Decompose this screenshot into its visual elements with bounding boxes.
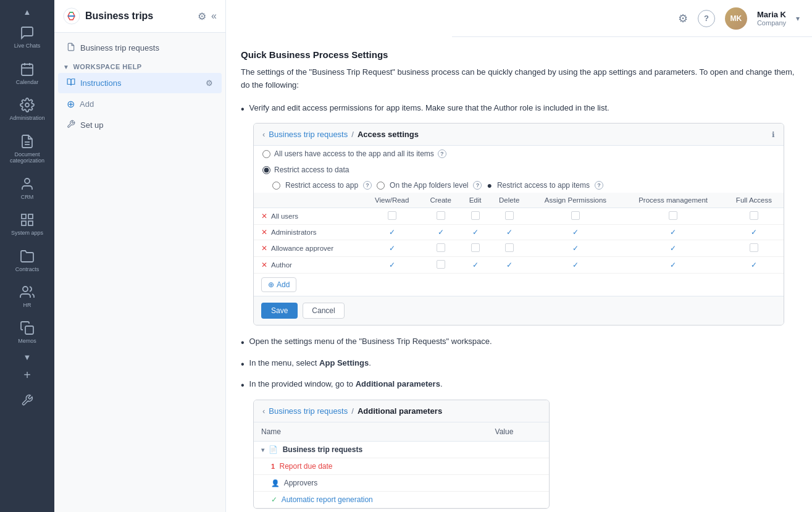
- check-icon: ✓: [472, 228, 479, 237]
- wrench-nav-icon: [67, 120, 75, 130]
- checkbox-cell[interactable]: [437, 260, 445, 269]
- check-icon: ✓: [472, 261, 479, 269]
- checkbox-cell[interactable]: [750, 211, 758, 220]
- col-role: [254, 193, 363, 208]
- add-role-button[interactable]: ⊕ Add: [261, 277, 296, 292]
- user-menu-chevron[interactable]: ▾: [796, 14, 800, 23]
- role-allowance-approver: ✕Allowance approver: [254, 240, 363, 257]
- radio-sub-row: Restrict access to app ? On the App fold…: [254, 178, 784, 193]
- sidebar-item-hr[interactable]: HR: [0, 279, 54, 314]
- sidebar-item-memos[interactable]: Memos: [0, 314, 54, 350]
- check-icon: ✓: [572, 244, 579, 253]
- access-card-header: ‹ Business trip requests / Access settin…: [254, 124, 784, 146]
- check-icon: ✓: [670, 228, 676, 237]
- sidebar-item-calendar[interactable]: Calendar: [0, 56, 54, 91]
- params-table: Name Value ▾ 📄 Business trip requests: [254, 422, 549, 508]
- sidebar-item-administration[interactable]: Administration: [0, 91, 54, 128]
- instructions-label: Instructions: [80, 78, 121, 88]
- checkbox-cell[interactable]: [471, 243, 480, 252]
- question-mark-2-icon[interactable]: ?: [363, 181, 372, 190]
- more-bullets: Open the settings menu of the "Business …: [241, 335, 797, 393]
- user-company: Company: [757, 19, 786, 27]
- params-header-row: Name Value: [254, 422, 549, 442]
- topbar-gear-icon[interactable]: ⚙: [678, 12, 688, 25]
- page-title: Quick Business Process Settings: [241, 49, 797, 60]
- folder-icon: [20, 249, 35, 264]
- cancel-button[interactable]: Cancel: [303, 303, 344, 319]
- checkbox-cell[interactable]: [505, 211, 514, 220]
- breadcrumb-separator: /: [351, 130, 354, 139]
- sidebar-item-contracts[interactable]: Contracts: [0, 243, 54, 279]
- checkbox-cell[interactable]: [750, 243, 758, 252]
- sidebar-header: Business trips ⚙ «: [54, 0, 225, 33]
- table-row: ✕Author ✓ ✓ ✓ ✓ ✓ ✓: [254, 257, 784, 274]
- checkbox-cell[interactable]: [669, 211, 677, 220]
- access-info-icon[interactable]: ℹ: [772, 130, 775, 139]
- help-button[interactable]: ?: [698, 10, 715, 27]
- table-add-row: ⊕ Add: [254, 274, 784, 296]
- radio-app-folders-input[interactable]: [377, 182, 385, 190]
- sidebar-item-system-apps[interactable]: System apps: [0, 206, 54, 243]
- bullet-item-3: In the menu, select App Settings.: [241, 357, 797, 372]
- grid-icon: [20, 212, 35, 227]
- nav-down-arrow[interactable]: ▼: [0, 350, 54, 364]
- copy-icon: [20, 321, 35, 335]
- question-mark-4-icon[interactable]: ?: [595, 181, 603, 190]
- crm-label: CRM: [21, 194, 34, 200]
- sidebar-item-document-cat[interactable]: Document categorization: [0, 128, 54, 171]
- sidebar-item-live-chats[interactable]: Live Chats: [0, 19, 54, 56]
- nav-up-arrow[interactable]: ▲: [0, 5, 54, 19]
- user-icon: [20, 177, 35, 191]
- question-mark-icon[interactable]: ?: [438, 149, 446, 158]
- checkbox-cell[interactable]: [471, 211, 480, 220]
- sidebar-item-crm[interactable]: CRM: [0, 170, 54, 206]
- sidebar-nav: Business trip requests ▼ WORKSPACE HELP …: [54, 33, 225, 512]
- section-chevron-icon[interactable]: ▾: [261, 447, 264, 453]
- radio-restrict-items-label: Restrict access to app items: [497, 181, 590, 190]
- sidebar-nav-setup[interactable]: Set up: [58, 115, 222, 135]
- app-logo: [63, 7, 80, 25]
- delete-author-button[interactable]: ✕: [261, 261, 267, 269]
- sidebar-nav-instructions[interactable]: Instructions ⚙: [58, 73, 222, 93]
- add-app-button[interactable]: +: [16, 364, 38, 387]
- sidebar-gear-icon[interactable]: ⚙: [198, 10, 206, 22]
- delete-all-users-button[interactable]: ✕: [261, 212, 267, 220]
- checkbox-cell[interactable]: [437, 211, 445, 220]
- params-card-header: ‹ Business trip requests / Additional pa…: [254, 400, 549, 422]
- radio-restrict-data-input[interactable]: [262, 166, 270, 174]
- user-avatar: MK: [725, 7, 747, 30]
- checkbox-cell[interactable]: [571, 211, 580, 220]
- role-administrators: ✕Administrators: [254, 225, 363, 240]
- approvers-label: Approvers: [284, 479, 318, 487]
- app-wrapper: ▲ Live Chats Calendar Administration Doc…: [0, 0, 812, 512]
- params-row: 👤 Approvers: [254, 474, 549, 491]
- workspace-help-chevron[interactable]: ▼: [63, 64, 69, 70]
- table-row: ✕Administrators ✓ ✓ ✓ ✓ ✓ ✓ ✓: [254, 225, 784, 240]
- instructions-gear-icon[interactable]: ⚙: [206, 78, 213, 88]
- report-due-date-cell: 1 Report due date: [254, 458, 488, 474]
- save-button[interactable]: Save: [261, 303, 298, 319]
- add-label: Add: [80, 99, 94, 109]
- check-icon: ✓: [389, 261, 395, 269]
- radio-all-users-input[interactable]: [262, 150, 270, 158]
- table-row: ✕Allowance approver ✓ ✓ ✓: [254, 240, 784, 257]
- access-breadcrumb[interactable]: Business trip requests: [269, 130, 348, 139]
- business-trip-requests-label: Business trip requests: [80, 43, 159, 52]
- tools-button[interactable]: [16, 389, 38, 411]
- radio-restrict-app-input[interactable]: [272, 182, 280, 190]
- delete-allowance-button[interactable]: ✕: [261, 244, 267, 253]
- sidebar-collapse-button[interactable]: «: [211, 10, 217, 22]
- delete-admins-button[interactable]: ✕: [261, 228, 267, 237]
- checkbox-cell[interactable]: [437, 243, 445, 252]
- question-mark-3-icon[interactable]: ?: [473, 181, 482, 190]
- params-breadcrumb[interactable]: Business trip requests: [269, 406, 348, 416]
- check-icon: ✓: [572, 228, 579, 237]
- radio-all-users: All users have access to the app and all…: [254, 146, 784, 162]
- instructions-icon: [67, 78, 75, 88]
- checkbox-cell[interactable]: [388, 211, 396, 220]
- gear-icon: [20, 98, 35, 112]
- checkbox-cell[interactable]: [505, 243, 514, 252]
- sidebar-add-button[interactable]: ⊕ Add: [58, 93, 222, 115]
- sidebar-nav-business-trip-requests[interactable]: Business trip requests: [58, 38, 222, 58]
- access-current-page: Access settings: [358, 130, 419, 139]
